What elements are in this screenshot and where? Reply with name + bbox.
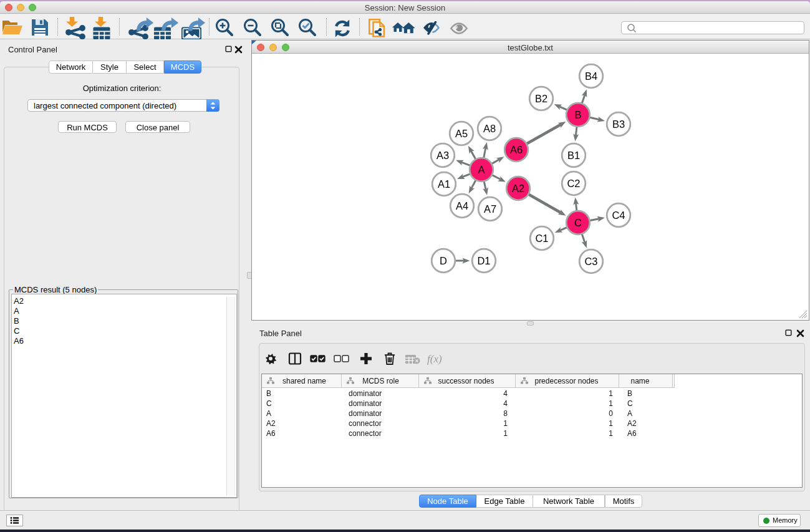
svg-text:f(x): f(x) bbox=[427, 353, 442, 365]
svg-text:A3: A3 bbox=[436, 150, 449, 161]
svg-text:A4: A4 bbox=[456, 200, 468, 211]
svg-text:D1: D1 bbox=[477, 255, 490, 266]
svg-text:C3: C3 bbox=[584, 256, 597, 267]
svg-text:C4: C4 bbox=[612, 210, 625, 221]
svg-text:A2: A2 bbox=[512, 183, 524, 194]
svg-text:A7: A7 bbox=[484, 203, 496, 215]
svg-text:B2: B2 bbox=[535, 93, 547, 104]
svg-text:C2: C2 bbox=[567, 178, 580, 189]
svg-text:C1: C1 bbox=[535, 233, 548, 244]
svg-text:B4: B4 bbox=[585, 70, 597, 82]
svg-text:A: A bbox=[478, 164, 485, 175]
svg-text:A6: A6 bbox=[510, 144, 523, 155]
svg-text:D: D bbox=[440, 255, 447, 266]
svg-text:C: C bbox=[574, 217, 582, 228]
svg-text:B3: B3 bbox=[612, 118, 625, 130]
svg-text:A8: A8 bbox=[483, 123, 496, 134]
svg-text:A1: A1 bbox=[438, 178, 450, 190]
svg-text:A5: A5 bbox=[455, 128, 468, 139]
svg-text:B: B bbox=[574, 109, 581, 120]
svg-text:B1: B1 bbox=[567, 150, 580, 161]
